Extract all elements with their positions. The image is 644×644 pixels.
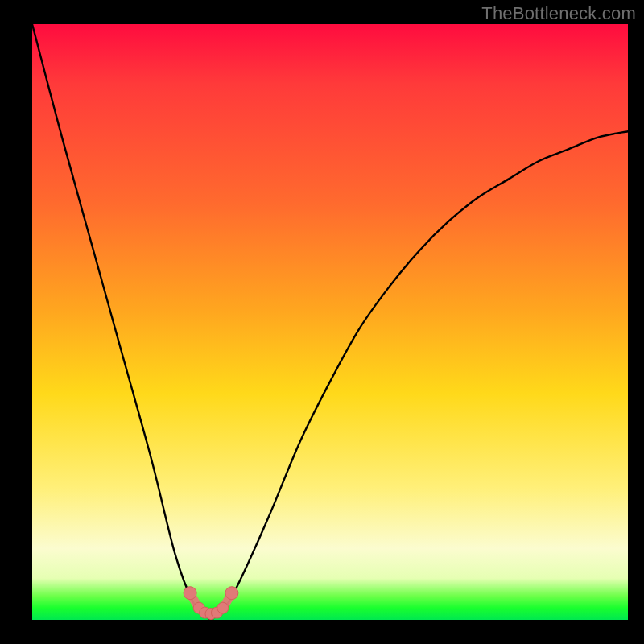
highlight-dot <box>184 587 196 600</box>
watermark-text: TheBottleneck.com <box>481 3 636 24</box>
highlight-dots <box>184 587 238 620</box>
highlight-dot <box>225 587 238 600</box>
plot-area <box>32 24 628 620</box>
curve-svg <box>32 24 628 620</box>
highlight-dot <box>217 602 229 613</box>
chart-frame: TheBottleneck.com <box>0 0 644 644</box>
bottleneck-curve <box>32 24 628 620</box>
